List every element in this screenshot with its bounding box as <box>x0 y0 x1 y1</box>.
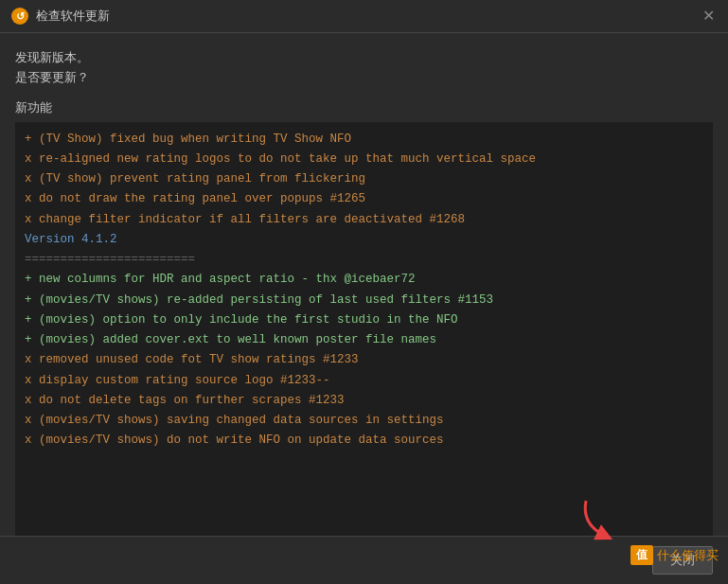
changelog-area[interactable]: + (TV Show) fixed bug when writing TV Sh… <box>15 122 713 536</box>
log-line: + (movies) option to only include the fi… <box>25 310 703 330</box>
dialog-title: 检查软件更新 <box>36 8 110 25</box>
log-line: + (movies/TV shows) re-added persisting … <box>25 291 703 310</box>
section-label: 新功能 <box>15 99 713 116</box>
log-line: x (movies/TV shows) do not write NFO on … <box>25 431 703 451</box>
window-close-button[interactable]: ✕ <box>700 8 717 25</box>
log-line: + (movies) added cover.ext to well known… <box>25 330 703 350</box>
update-dialog: ↺ 检查软件更新 ✕ 发现新版本。 是否要更新？ 新功能 + (TV Show)… <box>0 0 728 584</box>
log-line: x (movies/TV shows) saving changed data … <box>25 411 703 431</box>
log-line: Version 4.1.2 <box>25 230 703 250</box>
app-icon: ↺ <box>11 8 28 25</box>
log-line: x do not delete tags on further scrapes … <box>25 391 703 411</box>
intro-section: 发现新版本。 是否要更新？ <box>15 48 713 88</box>
log-line: x change filter indicator if all filters… <box>25 210 703 230</box>
close-dialog-button[interactable]: 关闭 <box>652 546 713 575</box>
dialog-footer: 关闭 <box>0 536 728 584</box>
log-line: + new columns for HDR and aspect ratio -… <box>25 270 703 290</box>
log-line: x re-aligned new rating logos to do not … <box>25 150 703 169</box>
log-line: + (TV Show) fixed bug when writing TV Sh… <box>25 130 703 150</box>
log-line: x (TV show) prevent rating panel from fl… <box>25 169 703 189</box>
intro-line1: 发现新版本。 <box>15 48 713 68</box>
log-line: x do not draw the rating panel over popu… <box>25 189 703 209</box>
title-bar: ↺ 检查软件更新 ✕ <box>0 0 728 33</box>
title-bar-left: ↺ 检查软件更新 <box>11 8 110 25</box>
log-line: ======================== <box>25 250 703 270</box>
log-line: x removed unused code fot TV show rating… <box>25 350 703 370</box>
intro-line2: 是否要更新？ <box>15 68 713 88</box>
dialog-body: 发现新版本。 是否要更新？ 新功能 + (TV Show) fixed bug … <box>0 33 728 536</box>
log-line: x display custom rating source logo #123… <box>25 371 703 391</box>
